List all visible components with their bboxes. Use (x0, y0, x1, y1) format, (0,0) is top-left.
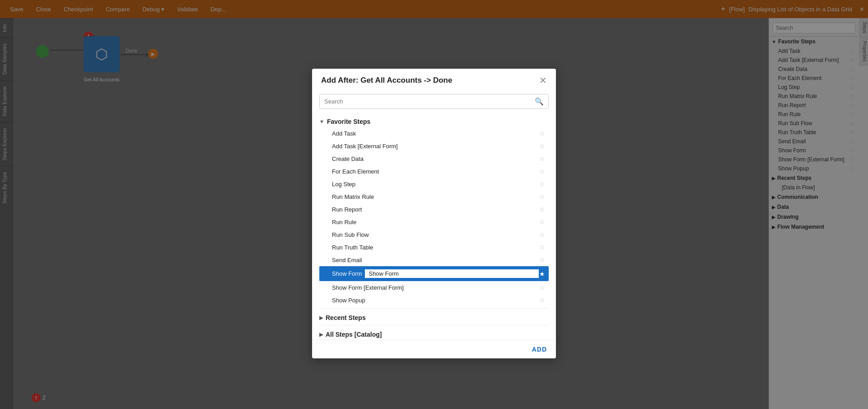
modal-item-add-task-ext[interactable]: Add Task [External Form] ☆ (319, 140, 549, 152)
modal-recent-label: Recent Steps (326, 314, 366, 321)
modal-star-show-popup[interactable]: ☆ (539, 296, 545, 304)
modal-item-log-step[interactable]: Log Step ☆ (319, 178, 549, 190)
modal-star-run-report[interactable]: ☆ (539, 206, 545, 213)
modal-body: ▼ Favorite Steps Add Task ☆ Add Task [Ex… (312, 114, 556, 340)
modal-title: Add After: Get All Accounts -> Done (321, 76, 452, 85)
modal-all-steps-section: ▶ All Steps [Catalog] (319, 327, 549, 340)
modal-all-steps-header[interactable]: ▶ All Steps [Catalog] (319, 327, 549, 340)
modal-star-send-email[interactable]: ☆ (539, 256, 545, 263)
modal-close-button[interactable]: ✕ (539, 76, 547, 85)
modal-item-name: For Each Element (332, 168, 379, 175)
modal-divider-1 (319, 308, 549, 309)
modal-item-send-email[interactable]: Send Email ☆ (319, 254, 549, 266)
modal-recent-arrow: ▶ (319, 315, 323, 321)
modal-search-input[interactable] (320, 94, 530, 108)
modal-item-name: Add Task (332, 130, 356, 137)
modal-search-area: 🔍 (312, 90, 556, 114)
add-button[interactable]: ADD (532, 346, 547, 353)
modal-item-show-popup[interactable]: Show Popup ☆ (319, 294, 549, 306)
modal-item-name: Send Email (332, 257, 362, 263)
modal-item-name: Run Truth Table (332, 244, 373, 251)
modal-item-show-form-ext[interactable]: Show Form [External Form] ☆ (319, 281, 549, 294)
modal-search-box: 🔍 (319, 94, 549, 109)
modal-star-show-form[interactable]: ★ (539, 270, 545, 277)
modal-item-name: Run Matrix Rule (332, 193, 374, 200)
modal-favorite-arrow: ▼ (319, 119, 324, 124)
modal-item-name: Run Rule (332, 219, 356, 226)
modal-star-add-task-ext[interactable]: ☆ (539, 142, 545, 150)
modal-star-show-form-ext[interactable]: ☆ (539, 284, 545, 291)
modal-item-name: Add Task [External Form] (332, 143, 398, 150)
modal-star-log-step[interactable]: ☆ (539, 180, 545, 188)
modal-all-steps-arrow: ▶ (319, 332, 323, 338)
modal-recent-steps-section: ▶ Recent Steps (319, 310, 549, 323)
modal-star-run-matrix[interactable]: ☆ (539, 193, 545, 200)
modal-item-name: Run Sub Flow (332, 231, 369, 238)
modal-selected-input[interactable] (364, 269, 539, 278)
modal-item-name: Run Report (332, 206, 362, 213)
modal-star-for-each[interactable]: ☆ (539, 168, 545, 175)
modal: Add After: Get All Accounts -> Done ✕ 🔍 … (312, 69, 556, 358)
modal-star-run-truth-table[interactable]: ☆ (539, 244, 545, 251)
modal-item-run-truth-table[interactable]: Run Truth Table ☆ (319, 241, 549, 254)
modal-star-run-sub-flow[interactable]: ☆ (539, 231, 545, 238)
modal-item-name: Show Form [External Form] (332, 284, 404, 291)
modal-overlay: Add After: Get All Accounts -> Done ✕ 🔍 … (0, 0, 868, 409)
modal-item-selected-label: Show Form (332, 270, 362, 277)
modal-item-run-matrix[interactable]: Run Matrix Rule ☆ (319, 190, 549, 203)
modal-item-add-task[interactable]: Add Task ☆ (319, 127, 549, 140)
modal-star-add-task[interactable]: ☆ (539, 130, 545, 137)
modal-favorite-steps-header[interactable]: ▼ Favorite Steps (319, 114, 549, 127)
modal-recent-steps-header[interactable]: ▶ Recent Steps (319, 310, 549, 323)
modal-star-run-rule[interactable]: ☆ (539, 218, 545, 226)
modal-item-create-data[interactable]: Create Data ☆ (319, 152, 549, 165)
modal-header: Add After: Get All Accounts -> Done ✕ (312, 69, 556, 90)
modal-footer: ADD (312, 340, 556, 358)
modal-item-name: Log Step (332, 181, 355, 188)
modal-all-steps-label: All Steps [Catalog] (326, 331, 382, 338)
modal-item-show-form[interactable]: Show Form ★ (319, 266, 549, 281)
modal-item-for-each[interactable]: For Each Element ☆ (319, 165, 549, 178)
modal-item-name: Create Data (332, 155, 364, 162)
modal-divider-2 (319, 325, 549, 325)
modal-favorite-label: Favorite Steps (327, 118, 370, 125)
modal-item-run-rule[interactable]: Run Rule ☆ (319, 216, 549, 228)
modal-item-run-report[interactable]: Run Report ☆ (319, 203, 549, 216)
modal-item-name: Show Popup (332, 297, 365, 304)
modal-star-create-data[interactable]: ☆ (539, 155, 545, 162)
modal-item-run-sub-flow[interactable]: Run Sub Flow ☆ (319, 228, 549, 241)
modal-favorite-steps-section: ▼ Favorite Steps Add Task ☆ Add Task [Ex… (319, 114, 549, 306)
modal-search-button[interactable]: 🔍 (530, 97, 548, 106)
